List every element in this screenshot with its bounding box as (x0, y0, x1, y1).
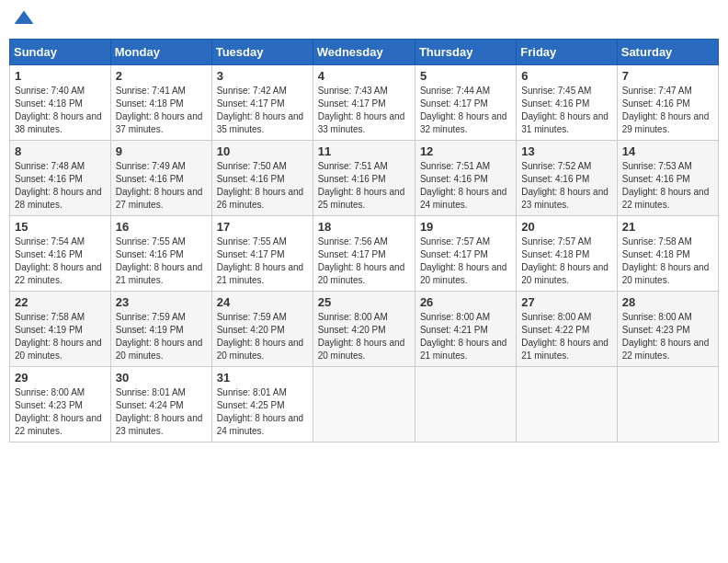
day-detail: Sunrise: 7:58 AMSunset: 4:18 PMDaylight:… (622, 236, 710, 285)
day-number: 24 (217, 295, 308, 309)
logo-icon (13, 9, 35, 31)
day-number: 29 (15, 371, 106, 385)
col-header-sunday: Sunday (10, 40, 111, 65)
day-detail: Sunrise: 7:43 AMSunset: 4:17 PMDaylight:… (318, 86, 405, 134)
calendar-cell: 9 Sunrise: 7:49 AMSunset: 4:16 PMDayligh… (110, 141, 211, 216)
day-detail: Sunrise: 8:01 AMSunset: 4:25 PMDaylight:… (217, 387, 304, 436)
calendar-cell: 1 Sunrise: 7:40 AMSunset: 4:18 PMDayligh… (10, 65, 111, 141)
day-detail: Sunrise: 7:59 AMSunset: 4:20 PMDaylight:… (217, 312, 304, 361)
day-detail: Sunrise: 7:56 AMSunset: 4:17 PMDaylight:… (318, 236, 405, 285)
day-detail: Sunrise: 7:42 AMSunset: 4:17 PMDaylight:… (217, 86, 304, 134)
col-header-tuesday: Tuesday (211, 40, 313, 65)
day-detail: Sunrise: 7:44 AMSunset: 4:17 PMDaylight:… (420, 86, 507, 134)
day-number: 30 (116, 371, 207, 385)
day-detail: Sunrise: 8:00 AMSunset: 4:23 PMDaylight:… (15, 387, 102, 436)
calendar-cell: 24 Sunrise: 7:59 AMSunset: 4:20 PMDaylig… (211, 292, 313, 367)
col-header-friday: Friday (517, 40, 617, 65)
day-number: 12 (420, 144, 511, 158)
day-number: 31 (217, 371, 308, 385)
day-detail: Sunrise: 7:57 AMSunset: 4:18 PMDaylight:… (521, 236, 609, 285)
calendar-header-row: SundayMondayTuesdayWednesdayThursdayFrid… (10, 40, 719, 65)
calendar-week-3: 15 Sunrise: 7:54 AMSunset: 4:16 PMDaylig… (10, 216, 719, 292)
day-detail: Sunrise: 7:58 AMSunset: 4:19 PMDaylight:… (15, 312, 102, 361)
day-number: 25 (318, 295, 410, 309)
calendar-week-5: 29 Sunrise: 8:00 AMSunset: 4:23 PMDaylig… (10, 367, 719, 442)
calendar-cell: 6 Sunrise: 7:45 AMSunset: 4:16 PMDayligh… (517, 65, 617, 141)
calendar-cell: 4 Sunrise: 7:43 AMSunset: 4:17 PMDayligh… (313, 65, 415, 141)
day-number: 23 (116, 295, 207, 309)
day-detail: Sunrise: 7:59 AMSunset: 4:19 PMDaylight:… (116, 312, 203, 361)
day-detail: Sunrise: 8:01 AMSunset: 4:24 PMDaylight:… (116, 387, 203, 436)
calendar-cell: 16 Sunrise: 7:55 AMSunset: 4:16 PMDaylig… (110, 216, 211, 292)
calendar-cell: 28 Sunrise: 8:00 AMSunset: 4:23 PMDaylig… (617, 292, 718, 367)
col-header-saturday: Saturday (617, 40, 718, 65)
day-detail: Sunrise: 7:57 AMSunset: 4:17 PMDaylight:… (420, 236, 507, 285)
day-detail: Sunrise: 8:00 AMSunset: 4:23 PMDaylight:… (622, 312, 710, 361)
calendar-cell: 14 Sunrise: 7:53 AMSunset: 4:16 PMDaylig… (617, 141, 718, 216)
calendar-table: SundayMondayTuesdayWednesdayThursdayFrid… (9, 39, 719, 442)
day-number: 27 (521, 295, 611, 309)
day-detail: Sunrise: 7:52 AMSunset: 4:16 PMDaylight:… (521, 161, 609, 210)
calendar-week-4: 22 Sunrise: 7:58 AMSunset: 4:19 PMDaylig… (10, 292, 719, 367)
calendar-cell: 2 Sunrise: 7:41 AMSunset: 4:18 PMDayligh… (110, 65, 211, 141)
col-header-wednesday: Wednesday (313, 40, 415, 65)
calendar-week-1: 1 Sunrise: 7:40 AMSunset: 4:18 PMDayligh… (10, 65, 719, 141)
day-number: 28 (622, 295, 713, 309)
calendar-cell: 22 Sunrise: 7:58 AMSunset: 4:19 PMDaylig… (10, 292, 111, 367)
day-detail: Sunrise: 7:53 AMSunset: 4:16 PMDaylight:… (622, 161, 710, 210)
col-header-monday: Monday (110, 40, 211, 65)
calendar-cell: 3 Sunrise: 7:42 AMSunset: 4:17 PMDayligh… (211, 65, 313, 141)
calendar-cell: 31 Sunrise: 8:01 AMSunset: 4:25 PMDaylig… (211, 367, 313, 442)
day-detail: Sunrise: 7:48 AMSunset: 4:16 PMDaylight:… (15, 161, 102, 210)
day-number: 18 (318, 220, 410, 234)
day-number: 10 (217, 144, 308, 158)
col-header-thursday: Thursday (415, 40, 516, 65)
calendar-cell (313, 367, 415, 442)
calendar-cell: 18 Sunrise: 7:56 AMSunset: 4:17 PMDaylig… (313, 216, 415, 292)
day-detail: Sunrise: 7:55 AMSunset: 4:16 PMDaylight:… (116, 236, 203, 285)
calendar-cell: 10 Sunrise: 7:50 AMSunset: 4:16 PMDaylig… (211, 141, 313, 216)
day-number: 14 (622, 144, 713, 158)
day-detail: Sunrise: 7:40 AMSunset: 4:18 PMDaylight:… (15, 86, 102, 134)
calendar-cell: 27 Sunrise: 8:00 AMSunset: 4:22 PMDaylig… (517, 292, 617, 367)
day-number: 22 (15, 295, 106, 309)
day-number: 2 (116, 69, 207, 83)
day-number: 6 (521, 69, 611, 83)
day-number: 1 (15, 69, 106, 83)
calendar-cell: 12 Sunrise: 7:51 AMSunset: 4:16 PMDaylig… (415, 141, 516, 216)
calendar-cell: 20 Sunrise: 7:57 AMSunset: 4:18 PMDaylig… (517, 216, 617, 292)
day-detail: Sunrise: 7:41 AMSunset: 4:18 PMDaylight:… (116, 86, 203, 134)
day-number: 26 (420, 295, 511, 309)
day-number: 3 (217, 69, 308, 83)
calendar-week-2: 8 Sunrise: 7:48 AMSunset: 4:16 PMDayligh… (10, 141, 719, 216)
day-number: 5 (420, 69, 511, 83)
day-number: 16 (116, 220, 207, 234)
day-number: 19 (420, 220, 511, 234)
calendar-cell (415, 367, 516, 442)
calendar-cell (617, 367, 718, 442)
calendar-cell: 25 Sunrise: 8:00 AMSunset: 4:20 PMDaylig… (313, 292, 415, 367)
day-number: 17 (217, 220, 308, 234)
calendar-cell: 13 Sunrise: 7:52 AMSunset: 4:16 PMDaylig… (517, 141, 617, 216)
calendar-cell (517, 367, 617, 442)
day-detail: Sunrise: 7:47 AMSunset: 4:16 PMDaylight:… (622, 86, 710, 134)
day-detail: Sunrise: 7:55 AMSunset: 4:17 PMDaylight:… (217, 236, 304, 285)
day-number: 9 (116, 144, 207, 158)
day-detail: Sunrise: 8:00 AMSunset: 4:22 PMDaylight:… (521, 312, 609, 361)
calendar-cell: 8 Sunrise: 7:48 AMSunset: 4:16 PMDayligh… (10, 141, 111, 216)
day-detail: Sunrise: 7:45 AMSunset: 4:16 PMDaylight:… (521, 86, 609, 134)
day-number: 4 (318, 69, 410, 83)
calendar-cell: 26 Sunrise: 8:00 AMSunset: 4:21 PMDaylig… (415, 292, 516, 367)
day-detail: Sunrise: 7:49 AMSunset: 4:16 PMDaylight:… (116, 161, 203, 210)
calendar-cell: 15 Sunrise: 7:54 AMSunset: 4:16 PMDaylig… (10, 216, 111, 292)
page-header (9, 9, 719, 31)
calendar-cell: 17 Sunrise: 7:55 AMSunset: 4:17 PMDaylig… (211, 216, 313, 292)
logo (13, 9, 39, 31)
calendar-cell: 5 Sunrise: 7:44 AMSunset: 4:17 PMDayligh… (415, 65, 516, 141)
day-number: 11 (318, 144, 410, 158)
day-number: 7 (622, 69, 713, 83)
calendar-cell: 11 Sunrise: 7:51 AMSunset: 4:16 PMDaylig… (313, 141, 415, 216)
day-number: 8 (15, 144, 106, 158)
day-detail: Sunrise: 7:54 AMSunset: 4:16 PMDaylight:… (15, 236, 102, 285)
calendar-cell: 30 Sunrise: 8:01 AMSunset: 4:24 PMDaylig… (110, 367, 211, 442)
